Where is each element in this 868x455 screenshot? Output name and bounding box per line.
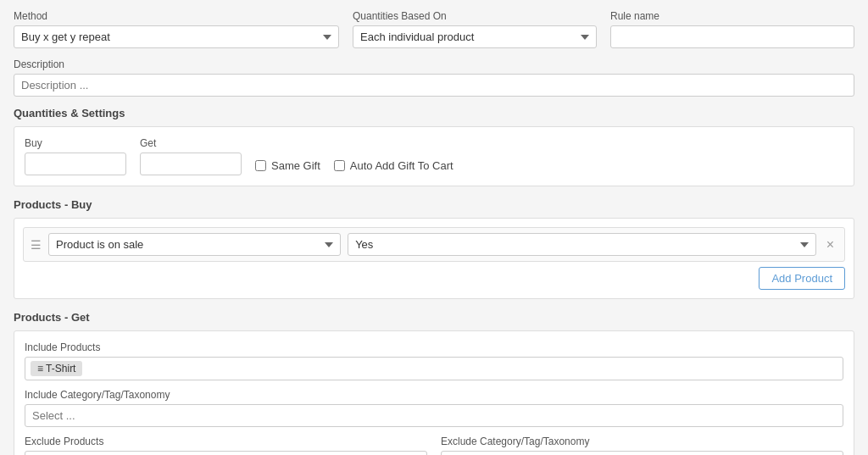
exclude-category-label: Exclude Category/Tag/Taxonomy bbox=[441, 436, 843, 447]
rule-name-group: Rule name Buy 2 get 1 x-y onsale bbox=[610, 10, 854, 48]
get-label: Get bbox=[140, 137, 242, 149]
method-group: Method Buy x get y repeat Buy x get y Fi… bbox=[14, 10, 339, 48]
auto-add-gift-label[interactable]: Auto Add Gift To Cart bbox=[350, 159, 453, 172]
same-gift-label[interactable]: Same Gift bbox=[271, 159, 320, 172]
get-input[interactable]: 1 bbox=[140, 153, 242, 175]
description-label: Description bbox=[14, 58, 854, 70]
exclude-category-input[interactable] bbox=[441, 451, 843, 455]
include-products-box[interactable]: ≡ T-Shirt bbox=[25, 357, 843, 380]
get-group: Get 1 bbox=[140, 137, 242, 175]
exclude-row: Exclude Products Exclude Category/Tag/Ta… bbox=[25, 436, 843, 455]
tag-chip-tshirt: ≡ T-Shirt bbox=[31, 361, 82, 376]
add-product-button[interactable]: Add Product bbox=[759, 267, 845, 290]
drag-handle-icon[interactable]: ☰ bbox=[31, 239, 42, 251]
buy-group: Buy 2 bbox=[25, 137, 126, 175]
qty-section-box: Buy 2 Get 1 Same Gift Auto Add Gift To C… bbox=[14, 126, 854, 186]
same-gift-checkbox[interactable] bbox=[255, 160, 266, 171]
products-buy-row: ☰ Product is on sale Category Tag SKU Ye… bbox=[23, 227, 845, 262]
buy-label: Buy bbox=[25, 137, 126, 149]
auto-add-gift-group: Auto Add Gift To Cart bbox=[334, 159, 453, 175]
method-select[interactable]: Buy x get y repeat Buy x get y Fixed pri… bbox=[14, 25, 339, 48]
description-row: Description bbox=[14, 58, 854, 97]
include-category-input[interactable] bbox=[25, 404, 843, 427]
quantities-based-on-select[interactable]: Each individual product All products com… bbox=[353, 25, 597, 48]
products-buy-section: Products - Buy ☰ Product is on sale Cate… bbox=[14, 198, 854, 299]
products-get-title: Products - Get bbox=[14, 311, 854, 324]
include-products-label: Include Products bbox=[25, 341, 843, 353]
same-gift-group: Same Gift bbox=[255, 159, 320, 175]
quantities-based-on-label: Quantities Based On bbox=[353, 10, 597, 22]
rule-name-input[interactable]: Buy 2 get 1 x-y onsale bbox=[610, 25, 854, 48]
exclude-products-group: Exclude Products bbox=[25, 436, 427, 455]
include-category-group: Include Category/Tag/Taxonomy bbox=[25, 389, 843, 427]
products-buy-operator-select[interactable]: Yes No bbox=[348, 233, 816, 256]
exclude-category-group: Exclude Category/Tag/Taxonomy bbox=[441, 436, 843, 455]
products-buy-remove-button[interactable]: × bbox=[823, 238, 837, 252]
rule-name-label: Rule name bbox=[610, 10, 854, 22]
buy-input[interactable]: 2 bbox=[25, 153, 126, 175]
method-label: Method bbox=[14, 10, 339, 22]
auto-add-gift-checkbox[interactable] bbox=[334, 160, 345, 171]
exclude-products-input[interactable] bbox=[25, 451, 427, 455]
description-input[interactable] bbox=[14, 74, 854, 97]
qty-section-title: Quantities & Settings bbox=[14, 107, 854, 119]
products-buy-title: Products - Buy bbox=[14, 198, 854, 211]
include-category-label: Include Category/Tag/Taxonomy bbox=[25, 389, 843, 401]
products-get-section: Products - Get Include Products ≡ T-Shir… bbox=[14, 311, 854, 455]
products-buy-field-select[interactable]: Product is on sale Category Tag SKU bbox=[48, 233, 341, 256]
quantities-based-on-group: Quantities Based On Each individual prod… bbox=[353, 10, 597, 48]
exclude-products-label: Exclude Products bbox=[25, 436, 427, 447]
include-products-group: Include Products ≡ T-Shirt bbox=[25, 341, 843, 380]
